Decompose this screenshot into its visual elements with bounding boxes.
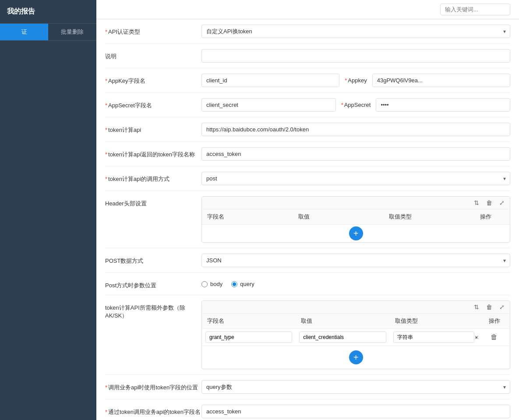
- token-field-position-label: *调用业务api时使用token字段的位置: [105, 380, 201, 392]
- search-input[interactable]: [440, 4, 510, 15]
- token-call-method-select-wrapper: post get ▾: [201, 172, 510, 185]
- token-field-position-select[interactable]: query参数 header body: [201, 380, 510, 394]
- api-auth-type-select-wrapper: 自定义API换token Bearer Token Basic Auth ▾: [201, 25, 510, 38]
- api-auth-type-control: 自定义API换token Bearer Token Basic Auth ▾: [201, 25, 510, 38]
- header-col-value: 取值: [293, 209, 384, 224]
- api-auth-type-label: *API认证类型: [105, 25, 201, 36]
- header-table: ⇅ 🗑 ⤢ 字段名 取值 取值类型: [201, 196, 510, 243]
- delete-row-icon: 🗑: [491, 333, 498, 341]
- description-row: 说明: [105, 44, 510, 68]
- appkey-row: *AppKey字段名 *Appkey: [105, 68, 510, 93]
- post-data-format-select[interactable]: JSON form-data x-www-form-urlencoded: [201, 254, 510, 267]
- token-field-name-control: [201, 147, 510, 161]
- api-auth-type-row: *API认证类型 自定义API换token Bearer Token Basic…: [105, 19, 510, 44]
- app-layout: 我的报告 证 批量删除 *API认证类型: [0, 0, 519, 420]
- header-col-action: 操作: [475, 209, 510, 224]
- extra-row-action-cell: 🗑: [484, 329, 510, 346]
- extra-sort-button[interactable]: ⇅: [472, 303, 481, 311]
- post-data-format-select-wrapper: JSON form-data x-www-form-urlencoded ▾: [201, 254, 510, 267]
- extra-params-table: ⇅ 🗑 ⤢ 字段名 取值 取值类型: [201, 300, 510, 369]
- post-param-position-label: Post方式时参数位置: [105, 278, 201, 289]
- table-row: 字符串 整数 浮点数 布尔值 ✕ ▾: [202, 329, 510, 346]
- header-table-toolbar: ⇅ 🗑 ⤢: [202, 197, 510, 209]
- radio-body[interactable]: body: [201, 281, 222, 287]
- extra-expand-button[interactable]: ⤢: [498, 303, 506, 311]
- extra-row-delete-button[interactable]: 🗑: [487, 332, 501, 343]
- post-param-radio-group: body query: [201, 278, 510, 287]
- appkey-fieldname-input[interactable]: [201, 74, 339, 87]
- post-param-position-control: body query: [201, 278, 510, 287]
- token-api-control: [201, 123, 510, 136]
- expand-icon-2: ⤢: [499, 304, 505, 311]
- appsecret-label: *AppSecret字段名: [105, 98, 201, 109]
- appkey-inline-label: *Appkey: [345, 77, 367, 84]
- extra-params-row: token计算API所需额外参数（除AK/SK） ⇅ 🗑 ⤢: [105, 295, 510, 375]
- token-api-label: *token计算api: [105, 123, 201, 134]
- extra-row-fieldname-cell: [202, 329, 296, 346]
- appsecret-control: *AppSecret: [201, 98, 510, 112]
- radio-body-input[interactable]: [201, 281, 208, 287]
- form-container: *API认证类型 自定义API换token Bearer Token Basic…: [96, 19, 519, 420]
- header-add-row-button[interactable]: +: [349, 226, 363, 240]
- extra-params-label: token计算API所需额外参数（除AK/SK）: [105, 300, 201, 320]
- token-field-position-row: *调用业务api时使用token字段的位置 query参数 header bod…: [105, 375, 510, 399]
- token-field-position-control: query参数 header body ▾: [201, 380, 510, 394]
- radio-query[interactable]: query: [231, 281, 254, 287]
- header-sort-button[interactable]: ⇅: [472, 198, 481, 207]
- extra-params-toolbar: ⇅ 🗑 ⤢: [202, 301, 510, 314]
- header-expand-button[interactable]: ⤢: [498, 198, 506, 207]
- plus-icon-2: +: [353, 353, 359, 362]
- extra-row-type-select[interactable]: 字符串 整数 浮点数 布尔值: [393, 332, 474, 343]
- sidebar-tab-batch[interactable]: 批量删除: [48, 24, 96, 40]
- appsecret-inline: *AppSecret: [201, 98, 510, 112]
- api-auth-type-select[interactable]: 自定义API换token Bearer Token Basic Auth: [201, 25, 510, 38]
- type-clear-button[interactable]: ✕: [474, 334, 479, 341]
- token-api-input[interactable]: [201, 123, 510, 136]
- expand-icon: ⤢: [499, 199, 505, 206]
- extra-row-value-input[interactable]: [299, 332, 386, 343]
- token-field-name-input[interactable]: [201, 147, 510, 161]
- appsecret-row: *AppSecret字段名 *AppSecret: [105, 93, 510, 117]
- appkey-value-input[interactable]: [372, 74, 510, 87]
- sidebar-tabs: 证 批量删除: [0, 24, 96, 41]
- token-api-row: *token计算api: [105, 117, 510, 142]
- extra-col-type: 取值类型: [390, 314, 484, 328]
- appsecret-value-input[interactable]: [376, 98, 510, 112]
- description-input[interactable]: [201, 49, 510, 63]
- description-control: [201, 49, 510, 63]
- delete-icon-2: 🗑: [486, 304, 492, 311]
- type-select-wrapper: 字符串 整数 浮点数 布尔值 ✕ ▾: [393, 332, 480, 343]
- sort-icon: ⇅: [474, 199, 479, 206]
- extra-params-table-header: 字段名 取值 取值类型 操作: [202, 314, 510, 329]
- plus-icon: +: [353, 229, 359, 238]
- business-token-field-control: [201, 405, 510, 418]
- header-delete-button[interactable]: 🗑: [484, 198, 494, 207]
- extra-col-value: 取值: [296, 314, 389, 328]
- appsecret-fieldname-input[interactable]: [201, 98, 336, 112]
- extra-row-type-cell: 字符串 整数 浮点数 布尔值 ✕ ▾: [390, 329, 484, 346]
- appkey-inline: *Appkey: [201, 74, 510, 87]
- token-field-position-select-wrapper: query参数 header body ▾: [201, 380, 510, 394]
- extra-add-row-button[interactable]: +: [349, 350, 363, 364]
- extra-row-fieldname-input[interactable]: [205, 332, 292, 343]
- main-content: *API认证类型 自定义API换token Bearer Token Basic…: [96, 0, 519, 420]
- post-param-position-row: Post方式时参数位置 body query: [105, 273, 510, 295]
- header-col-type: 取值类型: [384, 209, 475, 224]
- appkey-label: *AppKey字段名: [105, 74, 201, 85]
- top-bar: [96, 0, 519, 19]
- business-token-field-input[interactable]: [201, 405, 510, 418]
- header-col-fieldname: 字段名: [202, 209, 293, 224]
- appkey-control: *Appkey: [201, 74, 510, 87]
- extra-delete-button[interactable]: 🗑: [484, 303, 494, 311]
- token-field-name-label: *token计算api返回的token字段名称: [105, 147, 201, 159]
- appsecret-inline-label: *AppSecret: [341, 102, 371, 108]
- header-settings-label: Header头部设置: [105, 196, 201, 208]
- post-data-format-label: POST数据方式: [105, 254, 201, 265]
- post-data-format-control: JSON form-data x-www-form-urlencoded ▾: [201, 254, 510, 267]
- token-call-method-control: post get ▾: [201, 172, 510, 185]
- token-call-method-select[interactable]: post get: [201, 172, 510, 185]
- extra-params-add-row: +: [202, 346, 510, 369]
- sidebar-tab-auth[interactable]: 证: [0, 24, 48, 40]
- extra-col-fieldname: 字段名: [202, 314, 296, 328]
- radio-query-input[interactable]: [231, 281, 237, 287]
